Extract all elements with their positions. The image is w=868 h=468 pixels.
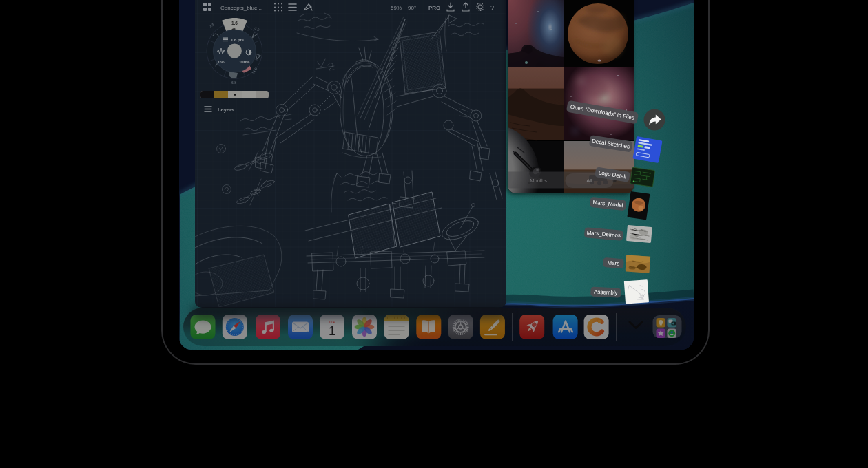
svg-text:Assembly: Assembly xyxy=(594,288,618,296)
svg-text:Mars: Mars xyxy=(607,259,619,267)
